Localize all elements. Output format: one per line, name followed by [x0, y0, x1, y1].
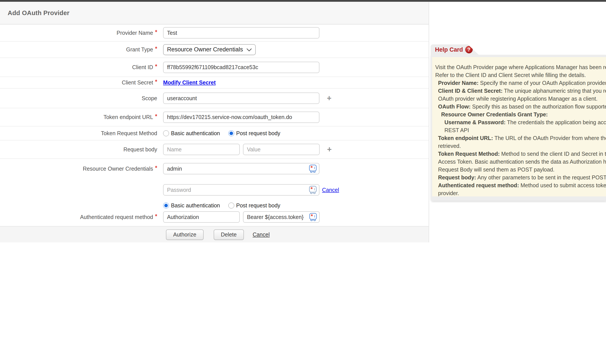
required-asterisk: *: [155, 63, 157, 70]
radio-post-request-body[interactable]: Post request body: [228, 202, 281, 209]
help-line: Provider Name: Specify the name of your …: [435, 79, 603, 87]
help-line: Client ID & Client Secret: The unique al…: [435, 87, 603, 95]
auth-header-name-input[interactable]: [163, 211, 240, 223]
cancel-link[interactable]: Cancel: [253, 232, 270, 238]
required-asterisk: *: [155, 78, 157, 85]
help-line: Request Body will send them as POST payl…: [435, 166, 603, 173]
request-body-name-input[interactable]: [163, 144, 240, 155]
radio-label: Post request body: [236, 202, 281, 209]
add-request-body-plus-icon[interactable]: +: [327, 145, 332, 153]
required-asterisk: *: [155, 29, 157, 35]
radio-label: Post request body: [236, 130, 281, 136]
radio-label: Basic authentication: [171, 202, 220, 209]
resource-owner-credentials-label: Resource Owner Credentials: [83, 166, 153, 172]
row-token-endpoint-url: Token endpoint URL *: [0, 108, 429, 126]
help-card-body: Visit the OAuth Provider page where Appl…: [431, 55, 606, 201]
delete-button[interactable]: Delete: [214, 230, 244, 240]
help-line: REST API: [435, 126, 603, 134]
help-line: Refer to the Client ID and Client Secret…: [435, 71, 603, 79]
row-resource-owner-credentials: Resource Owner Credentials * *: [0, 159, 429, 226]
row-request-body: Request body +: [0, 141, 429, 159]
help-line: Authenticated request method: Method use…: [435, 181, 603, 189]
credential-asterisk-icon[interactable]: *: [309, 185, 317, 194]
row-scope: Scope +: [0, 89, 429, 108]
provider-name-label: Provider Name: [117, 30, 153, 36]
help-line: Token Request Method: Method to send the…: [435, 150, 603, 158]
row-grant-type: Grant Type * Resource Owner Credentials: [0, 41, 429, 58]
token-request-method-radios: Basic authentication Post request body: [163, 130, 280, 136]
row-client-id: Client ID *: [0, 58, 429, 77]
question-badge-icon[interactable]: ?: [465, 46, 473, 53]
authenticated-request-method-radios: Basic authentication Post request body: [163, 202, 280, 209]
client-secret-label: Client Secret: [122, 79, 153, 86]
svg-text:*: *: [310, 165, 313, 171]
svg-text:*: *: [311, 213, 313, 219]
username-input[interactable]: [163, 163, 319, 174]
required-asterisk: *: [155, 113, 157, 119]
scope-label: Scope: [142, 95, 157, 102]
password-input[interactable]: [163, 184, 319, 195]
credential-asterisk-icon[interactable]: *: [309, 164, 317, 173]
credential-asterisk-icon[interactable]: *: [309, 213, 317, 221]
row-client-secret: Client Secret * Modify Client Secret: [0, 77, 429, 89]
page-title: Add OAuth Provider: [8, 9, 69, 17]
post-request-body-radio[interactable]: [228, 130, 234, 136]
help-card-title: Help Card: [435, 46, 463, 53]
required-asterisk: *: [155, 213, 157, 220]
authenticated-method-fields-subrow: Authenticated request method * *: [0, 211, 429, 223]
token-endpoint-url-input[interactable]: [163, 112, 319, 123]
help-line: Username & Password: The credentials the…: [435, 118, 603, 126]
authenticated-request-method-label: Authenticated request method: [80, 214, 153, 220]
required-asterisk: *: [155, 46, 157, 52]
help-line: OAuth provider while registering Applica…: [435, 95, 603, 103]
row-provider-name: Provider Name *: [0, 25, 429, 41]
authorize-button[interactable]: Authorize: [166, 230, 204, 240]
radio-basic-authentication[interactable]: Basic authentication: [163, 130, 220, 136]
required-asterisk: *: [155, 165, 157, 171]
radio-basic-authentication[interactable]: Basic authentication: [163, 202, 220, 209]
basic-authentication-radio[interactable]: [163, 130, 169, 136]
help-line: Resource Owner Credentials Grant Type:: [435, 110, 603, 118]
help-line: Token endpoint URL: The URL of the OAuth…: [435, 134, 603, 142]
chevron-down-icon: [246, 48, 252, 52]
help-line: Request body: Any other parameters to be…: [435, 173, 603, 181]
grant-type-selected-value: Resource Owner Credentials: [167, 46, 243, 53]
grant-type-label: Grant Type: [126, 46, 153, 53]
token-request-method-label: Token Request Method: [101, 130, 157, 136]
request-body-label: Request body: [123, 146, 157, 153]
radio-post-request-body[interactable]: Post request body: [228, 130, 281, 136]
modify-client-secret-link[interactable]: Modify Client Secret: [163, 79, 216, 86]
help-card: Help Card ? Visit the OAuth Provider pag…: [431, 44, 606, 201]
request-body-value-input[interactable]: [243, 144, 320, 155]
form-header: Add OAuth Provider: [0, 2, 429, 25]
row-token-request-method: Token Request Method Basic authenticatio…: [0, 126, 429, 141]
help-line: Access Token. Basic authentication sends…: [435, 158, 603, 166]
auth-header-value-input[interactable]: [243, 211, 320, 223]
add-scope-plus-icon[interactable]: +: [327, 94, 331, 102]
basic-authentication-radio[interactable]: [163, 203, 169, 208]
radio-label: Basic authentication: [171, 130, 220, 136]
grant-type-select[interactable]: Resource Owner Credentials: [163, 44, 256, 55]
authenticated-method-radios-subrow: Basic authentication Post request body: [0, 202, 429, 209]
svg-text:*: *: [310, 186, 313, 192]
help-line: provider.: [435, 189, 603, 196]
client-id-label: Client ID: [132, 64, 153, 70]
add-oauth-provider-form: Add OAuth Provider Provider Name * Grant…: [0, 2, 429, 242]
token-endpoint-url-label: Token endpoint URL: [104, 114, 153, 120]
password-subrow: * Cancel: [0, 184, 429, 195]
scope-input[interactable]: [163, 92, 319, 104]
help-line: Visit the OAuth Provider page where Appl…: [435, 63, 603, 71]
post-request-body-radio[interactable]: [228, 203, 234, 208]
help-line: retrieved.: [435, 142, 603, 150]
help-line: OAuth Flow: Specify this as based on the…: [435, 103, 603, 110]
provider-name-input[interactable]: [163, 27, 319, 39]
username-subrow: Resource Owner Credentials * *: [0, 163, 429, 174]
form-footer: Authorize Delete Cancel: [0, 226, 429, 242]
cancel-credentials-link[interactable]: Cancel: [322, 187, 339, 193]
client-id-input[interactable]: [163, 62, 319, 73]
top-bar: [0, 0, 606, 2]
help-card-tab: Help Card ?: [431, 44, 479, 55]
help-card-text: Visit the OAuth Provider page where Appl…: [432, 57, 606, 196]
